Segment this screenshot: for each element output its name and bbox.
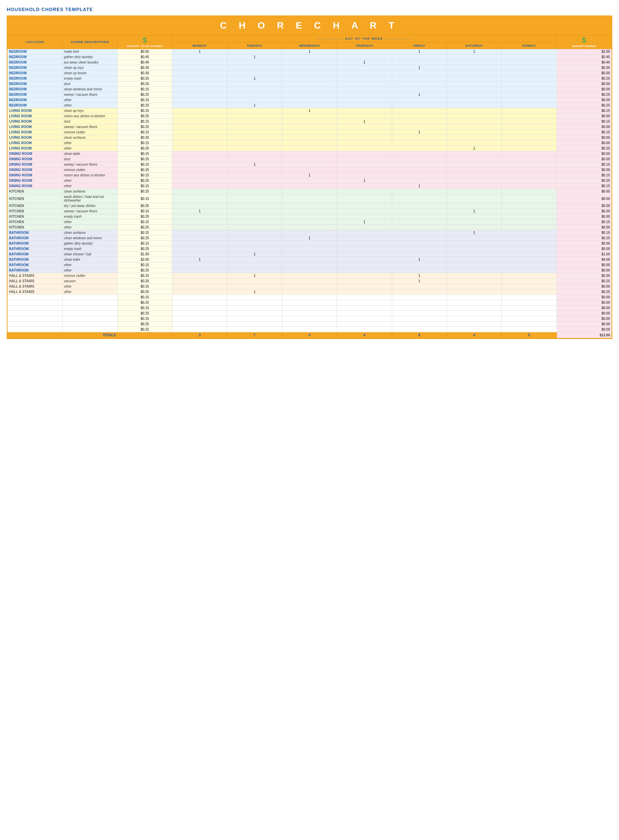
cell-saturday[interactable] — [447, 135, 501, 140]
cell-wednesday[interactable] — [282, 119, 337, 124]
cell-thursday[interactable] — [337, 194, 392, 203]
cell-wednesday[interactable]: 1 — [282, 49, 337, 54]
cell-thursday[interactable]: 1 — [337, 220, 392, 225]
cell-friday[interactable] — [392, 327, 447, 332]
cell-tuesday[interactable] — [227, 316, 282, 321]
cell-tuesday[interactable] — [227, 114, 282, 119]
cell-amount[interactable]: $0.45 — [117, 54, 172, 60]
cell-saturday[interactable] — [447, 167, 501, 173]
cell-wednesday[interactable]: 1 — [282, 173, 337, 178]
cell-friday[interactable] — [392, 97, 447, 103]
cell-amount[interactable]: $0.25 — [117, 167, 172, 173]
cell-monday[interactable] — [172, 157, 227, 162]
cell-amount[interactable]: $0.15 — [117, 316, 172, 321]
cell-amount[interactable]: $0.25 — [117, 246, 172, 252]
cell-monday[interactable] — [172, 220, 227, 225]
cell-wednesday[interactable] — [282, 284, 337, 289]
cell-amount[interactable]: $0.15 — [117, 97, 172, 103]
cell-sunday[interactable] — [502, 108, 556, 114]
cell-monday[interactable] — [172, 203, 227, 209]
cell-saturday[interactable] — [447, 311, 501, 316]
cell-monday[interactable] — [172, 241, 227, 246]
cell-saturday[interactable] — [447, 236, 501, 241]
cell-thursday[interactable] — [337, 321, 392, 327]
cell-saturday[interactable] — [447, 273, 501, 278]
cell-friday[interactable] — [392, 284, 447, 289]
cell-amount[interactable]: $0.30 — [117, 70, 172, 76]
cell-friday[interactable] — [392, 321, 447, 327]
cell-thursday[interactable] — [337, 189, 392, 194]
cell-thursday[interactable] — [337, 316, 392, 321]
cell-monday[interactable] — [172, 60, 227, 65]
cell-friday[interactable] — [392, 135, 447, 140]
cell-tuesday[interactable] — [227, 236, 282, 241]
cell-sunday[interactable] — [502, 97, 556, 103]
cell-monday[interactable] — [172, 87, 227, 92]
cell-thursday[interactable] — [337, 49, 392, 54]
cell-sunday[interactable] — [502, 151, 556, 157]
cell-wednesday[interactable] — [282, 178, 337, 184]
cell-saturday[interactable] — [447, 151, 501, 157]
cell-amount[interactable]: $2.00 — [117, 257, 172, 262]
cell-tuesday[interactable] — [227, 167, 282, 173]
cell-monday[interactable]: 1 — [172, 49, 227, 54]
cell-tuesday[interactable] — [227, 92, 282, 97]
cell-tuesday[interactable] — [227, 60, 282, 65]
cell-saturday[interactable] — [447, 194, 501, 203]
cell-wednesday[interactable] — [282, 103, 337, 108]
cell-friday[interactable] — [392, 194, 447, 203]
cell-thursday[interactable] — [337, 262, 392, 268]
cell-amount[interactable]: $0.25 — [117, 289, 172, 294]
cell-monday[interactable] — [172, 70, 227, 76]
cell-thursday[interactable] — [337, 92, 392, 97]
cell-monday[interactable] — [172, 262, 227, 268]
cell-sunday[interactable] — [502, 70, 556, 76]
cell-wednesday[interactable] — [282, 124, 337, 130]
cell-wednesday[interactable]: 1 — [282, 236, 337, 241]
cell-sunday[interactable] — [502, 327, 556, 332]
cell-monday[interactable] — [172, 289, 227, 294]
cell-monday[interactable] — [172, 194, 227, 203]
cell-tuesday[interactable] — [227, 189, 282, 194]
cell-tuesday[interactable] — [227, 119, 282, 124]
cell-wednesday[interactable] — [282, 273, 337, 278]
cell-sunday[interactable] — [502, 92, 556, 97]
cell-saturday[interactable] — [447, 246, 501, 252]
cell-amount[interactable]: $0.15 — [117, 327, 172, 332]
cell-saturday[interactable] — [447, 87, 501, 92]
cell-thursday[interactable] — [337, 327, 392, 332]
cell-thursday[interactable] — [337, 225, 392, 230]
cell-amount[interactable]: $0.15 — [117, 305, 172, 311]
cell-friday[interactable] — [392, 173, 447, 178]
cell-friday[interactable] — [392, 311, 447, 316]
cell-thursday[interactable] — [337, 167, 392, 173]
cell-thursday[interactable] — [337, 236, 392, 241]
cell-wednesday[interactable] — [282, 327, 337, 332]
cell-sunday[interactable] — [502, 230, 556, 236]
cell-thursday[interactable]: 1 — [337, 119, 392, 124]
cell-saturday[interactable] — [447, 140, 501, 146]
cell-amount[interactable]: $0.25 — [117, 203, 172, 209]
cell-thursday[interactable] — [337, 203, 392, 209]
cell-friday[interactable] — [392, 119, 447, 124]
cell-saturday[interactable] — [447, 268, 501, 273]
cell-saturday[interactable] — [447, 300, 501, 305]
cell-wednesday[interactable] — [282, 70, 337, 76]
cell-wednesday[interactable] — [282, 76, 337, 81]
cell-tuesday[interactable] — [227, 151, 282, 157]
cell-saturday[interactable] — [447, 178, 501, 184]
cell-monday[interactable] — [172, 246, 227, 252]
cell-tuesday[interactable]: 1 — [227, 273, 282, 278]
cell-thursday[interactable] — [337, 108, 392, 114]
cell-wednesday[interactable] — [282, 225, 337, 230]
cell-monday[interactable] — [172, 300, 227, 305]
cell-amount[interactable]: $0.15 — [117, 230, 172, 236]
cell-saturday[interactable] — [447, 262, 501, 268]
cell-thursday[interactable] — [337, 184, 392, 189]
cell-thursday[interactable] — [337, 273, 392, 278]
cell-sunday[interactable] — [502, 262, 556, 268]
cell-monday[interactable] — [172, 278, 227, 284]
cell-thursday[interactable]: 1 — [337, 178, 392, 184]
cell-monday[interactable] — [172, 108, 227, 114]
cell-saturday[interactable] — [447, 305, 501, 311]
